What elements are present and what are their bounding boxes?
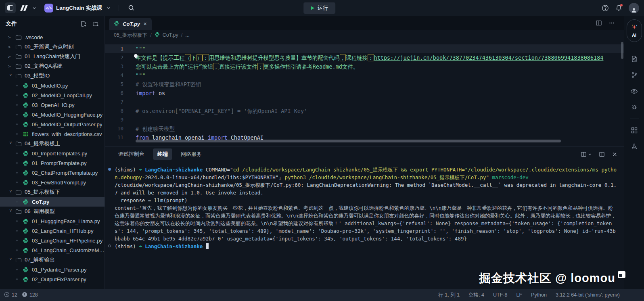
- tree-item-label: 04_提示模板上: [25, 140, 60, 147]
- logo-m-icon[interactable]: [21, 5, 27, 11]
- source-control-icon[interactable]: [624, 67, 644, 83]
- code-line-content: import os: [136, 89, 165, 98]
- tree-item-CoT.py[interactable]: CoT.py: [0, 197, 105, 207]
- tree-item-06_调用模型[interactable]: >06_调用模型: [0, 207, 105, 216]
- panel-tab-终端[interactable]: 终端: [153, 148, 172, 160]
- user-avatar[interactable]: [629, 3, 639, 13]
- tab-cot-py[interactable]: CoT.py ✕: [109, 18, 152, 30]
- code-line[interactable]: 8# os.environ["OPENAI_API_KEY"] = '你的Ope…: [105, 107, 624, 115]
- tree-item-03_模型IO[interactable]: >03_模型IO: [0, 71, 105, 81]
- code-link[interactable]: https://juejin.cn/book/73877023474361303…: [374, 54, 604, 61]
- tree-item-01_PromptTemplate.py[interactable]: 01_PromptTemplate.py: [0, 158, 105, 168]
- tree-item-05_ModelIO_OutputParser.py[interactable]: 05_ModelIO_OutputParser.py: [0, 119, 105, 129]
- code-line[interactable]: 3您可以点击最上方的“运行”按钮，直接运行该文件；更多操作指引请参考Readme…: [105, 62, 624, 71]
- code-line[interactable]: 7: [105, 98, 624, 107]
- panel-tab-调试控制台[interactable]: 调试控制台: [114, 148, 149, 160]
- status-item-4[interactable]: Python: [531, 292, 547, 298]
- terminal-gutter: [108, 242, 115, 250]
- tree-item-00_开篇词_奇点时刻[interactable]: >00_开篇词_奇点时刻: [0, 42, 105, 52]
- panel-tab-网络服务[interactable]: 网络服务: [176, 148, 206, 160]
- tree-item-02_文档QA系统[interactable]: >02_文档QA系统: [0, 61, 105, 71]
- tree-item-03_OpenAI_IO.py[interactable]: 03_OpenAI_IO.py: [0, 100, 105, 110]
- code-line[interactable]: 1""": [105, 44, 624, 53]
- csv-icon: [23, 131, 29, 137]
- new-folder-icon[interactable]: [92, 21, 99, 27]
- code-editor[interactable]: 1"""2本文件是【提示工程（下）：用思维链和思维树提升模型思考质量】章节的配套…: [105, 40, 624, 146]
- horizontal-scrollbar[interactable]: [136, 140, 561, 142]
- tree-item-label: 04_LangChain_CustomizeMod...: [32, 247, 105, 253]
- modified-dot: [16, 182, 18, 183]
- code-line[interactable]: 2本文件是【提示工程（下）：用思维链和思维树提升模型思考质量】章节的配套代码，课…: [105, 53, 624, 62]
- tree-item-.vscode[interactable]: >.vscode: [0, 32, 105, 42]
- status-item-2[interactable]: UTF-8: [493, 292, 507, 298]
- tree-item-02_LangChain_HFHub.py[interactable]: 02_LangChain_HFHub.py: [0, 226, 105, 236]
- tree-item-04_ModelIO_HuggingFace.py[interactable]: 04_ModelIO_HuggingFace.py: [0, 110, 105, 119]
- terminal-text: (shims) ➜ LangChain-shizhanke: [115, 242, 617, 250]
- maximize-panel-icon[interactable]: [599, 151, 605, 157]
- tree-item-07_解析输出[interactable]: >07_解析输出: [0, 255, 105, 265]
- search-icon[interactable]: [128, 4, 135, 11]
- workspace-switcher[interactable]: </> LangChain 实战课: [44, 4, 111, 13]
- close-panel-icon[interactable]: [612, 152, 617, 157]
- code-line[interactable]: 6import os: [105, 89, 624, 98]
- tree-item-01_Pydantic_Parser.py[interactable]: 01_Pydantic_Parser.py: [0, 265, 105, 274]
- tree-item-label: 07_解析输出: [25, 256, 55, 263]
- split-editor-icon[interactable]: [596, 20, 602, 26]
- tree-item-02_OutputFixParser.py[interactable]: 02_OutputFixParser.py: [0, 274, 105, 284]
- tree-item-flowers_with_descriptions.csv[interactable]: flowers_with_descriptions.csv: [0, 129, 105, 139]
- tab-close-icon[interactable]: ✕: [143, 21, 147, 27]
- breadcrumb-file[interactable]: CoT.py: [163, 32, 178, 38]
- breadcrumb-folder[interactable]: 05_提示模板下: [114, 32, 147, 39]
- preview-eye-icon[interactable]: [624, 83, 644, 99]
- python-icon: [23, 121, 29, 128]
- notifications-bell-icon[interactable]: [615, 4, 622, 11]
- debug-bug-icon[interactable]: [624, 99, 644, 115]
- folder-icon: [15, 257, 22, 263]
- tree-item-03_FewShotPrompt.py[interactable]: 03_FewShotPrompt.py: [0, 178, 105, 187]
- tree-item-01_ModelIO.py[interactable]: 01_ModelIO.py: [0, 81, 105, 90]
- status-item-3[interactable]: LF: [516, 292, 522, 298]
- tree-item-label: 03_LangChain_HFPipeline.py: [32, 238, 102, 244]
- help-icon[interactable]: [602, 4, 609, 12]
- run-button[interactable]: 运行: [303, 2, 335, 14]
- more-actions-icon[interactable]: [608, 20, 615, 26]
- code-line[interactable]: 5# 设置环境变量和API密钥: [105, 80, 624, 89]
- ide-window: </> LangChain 实战课 运行 文件: [0, 0, 644, 301]
- folder-icon: [15, 53, 22, 60]
- status-item-0[interactable]: 行 1, 列 1: [438, 292, 460, 299]
- chevron-down-icon[interactable]: [32, 6, 36, 10]
- extensions-icon[interactable]: [624, 122, 644, 138]
- python-icon: [23, 102, 29, 108]
- ai-assistant-button[interactable]: AI: [627, 19, 642, 42]
- status-item-5[interactable]: 3.12.2 64-bit ('shims': pyenv): [556, 292, 620, 298]
- top-bar: </> LangChain 实战课 运行: [0, 0, 644, 16]
- breadcrumb-more[interactable]: ...: [185, 32, 189, 38]
- chevron-icon: >: [8, 73, 13, 78]
- test-flask-icon[interactable]: [624, 138, 644, 155]
- terminal[interactable]: (shims) ➜ LangChain-shizhanke COMMAND="c…: [105, 162, 624, 289]
- sidebar-toggle-button[interactable]: [5, 2, 16, 13]
- ai-label: AI: [632, 33, 636, 38]
- problems-indicator[interactable]: 12 128: [4, 292, 38, 299]
- tree-item-00_ImportTemplates.py[interactable]: 00_ImportTemplates.py: [0, 148, 105, 158]
- tree-item-02_ChatPromptTemplate.py[interactable]: 02_ChatPromptTemplate.py: [0, 168, 105, 178]
- vertical-scrollbar[interactable]: [621, 42, 623, 59]
- code-line[interactable]: 10# 创建聊天模型: [105, 124, 624, 133]
- tree-item-03_LangChain_HFPipeline.py[interactable]: 03_LangChain_HFPipeline.py: [0, 236, 105, 245]
- new-file-icon[interactable]: [80, 21, 87, 27]
- code-line[interactable]: 9: [105, 115, 624, 124]
- split-terminal-icon[interactable]: [581, 151, 592, 157]
- tree-item-01_HugggingFace_Llama.py[interactable]: 01_HugggingFace_Llama.py: [0, 216, 105, 226]
- tree-item-05_提示模板下[interactable]: >05_提示模板下: [0, 187, 105, 197]
- terminal-block: response = llm(prompt): [108, 196, 617, 204]
- modified-dot: [16, 94, 18, 96]
- tree-item-02_ModelIO_LoopCall.py[interactable]: 02_ModelIO_LoopCall.py: [0, 90, 105, 100]
- tree-item-04_提示模板上[interactable]: >04_提示模板上: [0, 139, 105, 148]
- error-icon: [4, 292, 10, 299]
- code-line[interactable]: 4""": [105, 71, 624, 80]
- status-item-1[interactable]: 空格: 4: [468, 292, 484, 299]
- tree-item-04_LangChain_CustomizeMod...[interactable]: 04_LangChain_CustomizeMod...: [0, 245, 105, 255]
- file-search-icon[interactable]: [624, 51, 644, 67]
- tree-item-01_LangChain快速入门[interactable]: >01_LangChain快速入门: [0, 52, 105, 61]
- python-icon: [23, 228, 29, 234]
